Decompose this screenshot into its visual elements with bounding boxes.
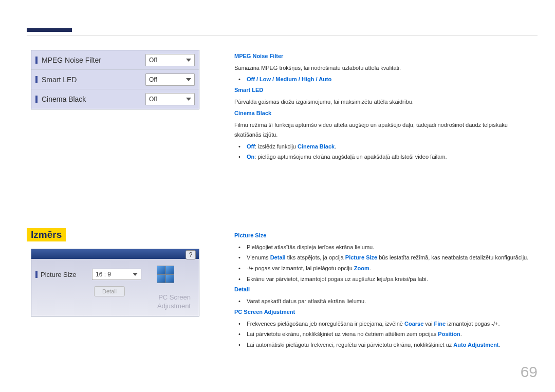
row-smart-led: Smart LED Off bbox=[31, 70, 199, 89]
ref-coarse: Coarse bbox=[404, 321, 423, 327]
desc-smart-led: Pārvalda gaismas diožu izgaismojumu, lai… bbox=[234, 97, 535, 107]
text: būs iestatīta režīmā, kas neatbalsta det… bbox=[377, 254, 528, 260]
page-number: 69 bbox=[521, 363, 538, 381]
chevron-down-icon bbox=[186, 78, 191, 81]
row-marker-icon bbox=[35, 57, 38, 64]
heading-mpeg-noise-filter: MPEG Noise Filter bbox=[234, 51, 535, 61]
label-off: Off bbox=[247, 143, 255, 150]
row-mpeg-noise-filter: MPEG Noise Filter Off bbox=[31, 50, 199, 70]
help-button[interactable]: ? bbox=[186, 250, 196, 259]
text: . bbox=[369, 265, 371, 271]
heading-picture-size: Picture Size bbox=[234, 231, 535, 240]
description-column-top: MPEG Noise Filter Samazina MPEG trokšņus… bbox=[234, 51, 535, 163]
dropdown-value: Off bbox=[149, 76, 157, 83]
dropdown-value: Off bbox=[149, 57, 157, 64]
text: : izslēdz funkciju bbox=[255, 143, 298, 150]
settings-panel-picture-size: ? Picture Size 16 : 9 Detail PC Screen A… bbox=[31, 249, 199, 316]
picture-size-bullet-3: -/+ pogas var izmantot, lai pielāgotu op… bbox=[242, 264, 535, 273]
ref-position: Position bbox=[438, 331, 460, 337]
desc-cinema-black: Filmu režīmā šī funkcija aptumšo video a… bbox=[234, 120, 535, 139]
heading-detail: Detail bbox=[234, 285, 535, 294]
header-divider bbox=[27, 35, 538, 35]
ref-picture-size: Picture Size bbox=[345, 254, 377, 260]
text: Lai automātiski pielāgotu frekvenci, reg… bbox=[247, 342, 453, 348]
text: Vienums bbox=[247, 254, 270, 260]
smart-led-dropdown[interactable]: Off bbox=[145, 73, 195, 86]
settings-panel-noise: MPEG Noise Filter Off Smart LED Off Cine… bbox=[31, 50, 199, 109]
options-mpeg-noise-filter: Off / Low / Medium / High / Auto bbox=[242, 74, 535, 84]
row-label: Cinema Black bbox=[42, 95, 145, 103]
label-on: On bbox=[247, 154, 254, 160]
row-label: MPEG Noise Filter bbox=[42, 56, 145, 64]
pc-adj-bullet-2: Lai pārvietotu ekrānu, noklikšķiniet uz … bbox=[242, 329, 535, 339]
picture-size-bullet-4: Ekrānu var pārvietot, izmantojot pogas u… bbox=[242, 274, 535, 284]
ref-detail: Detail bbox=[270, 254, 286, 260]
section-heading-izmers: Izmērs bbox=[27, 228, 66, 241]
heading-cinema-black: Cinema Black bbox=[234, 108, 535, 118]
pc-adj-bullet-3: Lai automātiski pielāgotu frekvenci, reg… bbox=[242, 340, 535, 350]
text: tiks atspējots, ja opcija bbox=[286, 254, 345, 260]
header-accent-bar bbox=[27, 28, 72, 32]
chevron-down-icon bbox=[133, 273, 138, 276]
position-grid-icon[interactable] bbox=[157, 266, 174, 283]
text: Lai pārvietotu ekrānu, noklikšķiniet uz … bbox=[247, 331, 438, 337]
picture-size-bullet-2: Vienums Detail tiks atspējots, ja opcija… bbox=[242, 253, 535, 263]
pc-adj-bullet-1: Frekvences pielāgošana jeb noregulēšana … bbox=[242, 319, 535, 329]
ref-cinema-black: Cinema Black bbox=[298, 143, 335, 150]
mpeg-noise-filter-dropdown[interactable]: Off bbox=[145, 54, 195, 66]
picture-size-dropdown[interactable]: 16 : 9 bbox=[92, 269, 141, 280]
cinema-black-off-item: Off: izslēdz funkciju Cinema Black. bbox=[242, 142, 535, 152]
heading-smart-led: Smart LED bbox=[234, 85, 535, 95]
dropdown-value: Off bbox=[149, 96, 157, 103]
text: izmantojot pogas -/+. bbox=[446, 321, 499, 327]
text: vai bbox=[423, 321, 434, 327]
text: : pielāgo aptumšojumu ekrāna augšdaļā un… bbox=[254, 154, 447, 160]
picture-size-bullet-1: Pielāgojiet atlasītās displeja ierīces e… bbox=[242, 242, 535, 252]
heading-pc-screen-adjustment: PC Screen Adjustment bbox=[234, 307, 535, 317]
desc-mpeg-noise-filter: Samazina MPEG trokšņus, lai nodrošinātu … bbox=[234, 63, 535, 73]
dropdown-value: 16 : 9 bbox=[96, 271, 111, 278]
ref-auto-adjustment: Auto Adjustment bbox=[453, 342, 498, 348]
detail-button[interactable]: Detail bbox=[94, 286, 125, 296]
ref-fine: Fine bbox=[434, 321, 446, 327]
description-column-bottom: Picture Size Pielāgojiet atlasītās displ… bbox=[234, 231, 535, 351]
chevron-down-icon bbox=[186, 59, 191, 62]
cinema-black-dropdown[interactable]: Off bbox=[145, 93, 195, 105]
text: . bbox=[335, 143, 336, 150]
row-picture-size: Picture Size 16 : 9 bbox=[35, 266, 195, 283]
text: -/+ pogas var izmantot, lai pielāgotu op… bbox=[247, 265, 354, 271]
row-label: Picture Size bbox=[35, 271, 92, 278]
text-line: PC Screen bbox=[157, 293, 191, 302]
detail-bullet-1: Varat apskatīt datus par atlasītā ekrāna… bbox=[242, 296, 535, 306]
row-marker-icon bbox=[35, 76, 38, 83]
row-label: Smart LED bbox=[42, 76, 145, 84]
row-marker-icon bbox=[35, 271, 38, 278]
row-cinema-black: Cinema Black Off bbox=[31, 89, 199, 109]
text-line: Adjustment bbox=[157, 302, 191, 311]
chevron-down-icon bbox=[186, 98, 191, 101]
row-marker-icon bbox=[35, 96, 38, 103]
text: . bbox=[460, 331, 462, 337]
label-text: Picture Size bbox=[41, 271, 76, 278]
text: . bbox=[499, 342, 501, 348]
ref-zoom: Zoom bbox=[354, 265, 369, 271]
pc-screen-adjustment-disabled: PC Screen Adjustment bbox=[157, 293, 191, 311]
options-text: Off / Low / Medium / High / Auto bbox=[247, 76, 331, 82]
text: Frekvences pielāgošana jeb noregulēšana … bbox=[247, 321, 404, 327]
cinema-black-on-item: On: pielāgo aptumšojumu ekrāna augšdaļā … bbox=[242, 152, 535, 162]
